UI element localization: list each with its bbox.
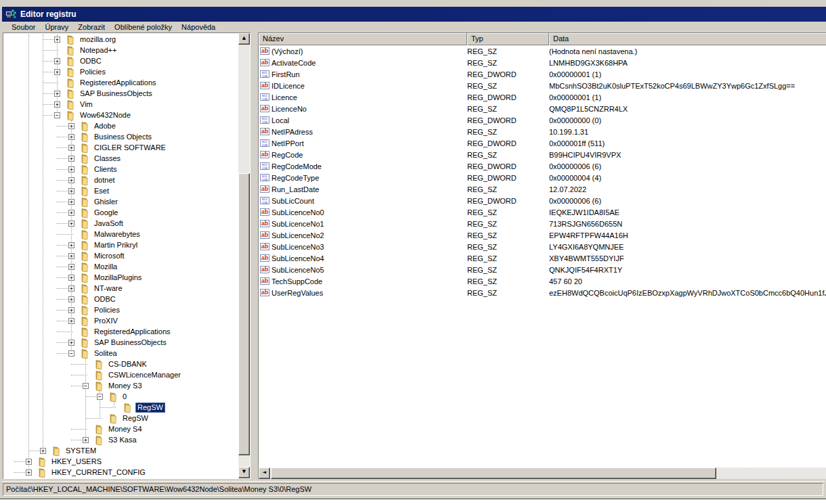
menu-item-n-pov-da[interactable]: Nápověda (177, 22, 220, 32)
tree-item-wow6432node[interactable]: −Wow6432Node (4, 110, 238, 121)
list-row-subliccount[interactable]: 011110SubLicCountREG_DWORD0x00000006 (6) (259, 195, 826, 206)
expand-plus-box[interactable]: + (68, 275, 74, 281)
expand-plus-box[interactable]: + (68, 253, 74, 259)
panel-splitter[interactable] (251, 32, 258, 479)
scroll-up-button[interactable]: ▲ (238, 33, 250, 45)
expand-plus-box[interactable]: + (54, 101, 60, 108)
list-row-v-choz[interactable]: ab(Výchozí)REG_SZ(Hodnota není nastavena… (259, 45, 826, 57)
column-header-name[interactable]: Název (259, 33, 467, 45)
expand-plus-box[interactable]: + (54, 37, 60, 43)
tree-item-odbc[interactable]: +ODBC (4, 294, 238, 305)
menu-item-soubor[interactable]: Soubor (7, 22, 40, 32)
expand-plus-box[interactable]: + (68, 166, 74, 173)
list-row-regcodetype[interactable]: 011110RegCodeTypeREG_DWORD0x00000004 (4) (259, 172, 826, 183)
tree-item-mozilla-org[interactable]: +mozilla.org (4, 35, 238, 45)
collapse-minus-box[interactable]: − (83, 383, 89, 389)
scroll-left-button[interactable]: ◄ (259, 467, 270, 479)
collapse-minus-box[interactable]: − (54, 112, 60, 118)
expand-plus-box[interactable]: + (83, 437, 89, 443)
tree-item-martin-prikryl[interactable]: +Martin Prikryl (4, 240, 238, 251)
tree-item-clients[interactable]: +Clients (4, 164, 238, 175)
list-row-sublicenceno5[interactable]: abSubLicenceNo5REG_SZQNKJQIF54F4RXT1Y (259, 264, 826, 275)
expand-plus-box[interactable]: + (68, 123, 74, 129)
list-horizontal-scrollbar[interactable]: ◄ (259, 467, 826, 479)
tree-item-regsw[interactable]: RegSW (4, 403, 238, 413)
menu-item-zobrazit[interactable]: Zobrazit (73, 22, 110, 32)
expand-plus-box[interactable]: + (68, 307, 74, 313)
tree-item-microsoft[interactable]: +Microsoft (4, 251, 238, 262)
expand-plus-box[interactable]: + (68, 177, 74, 183)
tree-item-regsw[interactable]: RegSW (4, 413, 238, 424)
tree-item-cs-dbank[interactable]: CS-DBANK (4, 359, 238, 370)
list-row-local[interactable]: 011110LocalREG_DWORD0x00000000 (0) (259, 114, 826, 126)
tree-item-policies[interactable]: +Policies (4, 305, 238, 316)
tree-item-system[interactable]: +SYSTEM (4, 446, 238, 457)
menu-item-pravy[interactable]: Úpravy (40, 22, 73, 32)
list-row-licence[interactable]: 011110LicenceREG_DWORD0x00000001 (1) (259, 91, 826, 103)
scroll-track-upper[interactable] (238, 45, 250, 173)
tree-item-0[interactable]: −0 (4, 392, 238, 403)
expand-plus-box[interactable]: + (68, 134, 74, 140)
expand-plus-box[interactable]: + (68, 199, 74, 205)
expand-plus-box[interactable]: + (68, 318, 74, 324)
list-row-activatecode[interactable]: abActivateCodeREG_SZLNMHBD9GX3K68HPA (259, 57, 826, 68)
list-row-netipport[interactable]: 011110NetIPPortREG_DWORD0x000001ff (511) (259, 137, 826, 149)
column-header-type[interactable]: Typ (467, 33, 549, 45)
expand-plus-box[interactable]: + (68, 285, 74, 292)
tree-item-javasoft[interactable]: +JavaSoft (4, 219, 238, 229)
list-row-sublicenceno4[interactable]: abSubLicenceNo4REG_SZXBY4BWMT555DYIJF (259, 252, 826, 264)
list-row-sublicenceno1[interactable]: abSubLicenceNo1REG_SZ713RSJGN656D655N (259, 218, 826, 229)
list-row-sublicenceno3[interactable]: abSubLicenceNo3REG_SZLY4GXI6A8YQMNJEE (259, 241, 826, 252)
expand-plus-box[interactable]: + (68, 145, 74, 151)
column-header-data[interactable]: Data (549, 33, 826, 45)
tree-item-sap-businessobjects[interactable]: +SAP BusinessObjects (4, 89, 238, 99)
tree-item-sap-businessobjects[interactable]: +SAP BusinessObjects (4, 338, 238, 348)
tree-item-notepad[interactable]: Notepad++ (4, 45, 238, 56)
expand-plus-box[interactable]: + (68, 296, 74, 302)
tree-item-malwarebytes[interactable]: Malwarebytes (4, 229, 238, 240)
tree-item-classes[interactable]: +Classes (4, 154, 238, 164)
collapse-minus-box[interactable]: − (68, 350, 74, 357)
list-row-idlicence[interactable]: abIDLicenceREG_SZMbCsnhSO3Bt2uK0sluPTExT… (259, 80, 826, 91)
tree-item-policies[interactable]: +Policies (4, 67, 238, 78)
menu-item-obl-ben-polo-ky[interactable]: Oblíbené položky (110, 22, 177, 32)
tree-vertical-scrollbar[interactable]: ▲ ▼ (238, 33, 250, 478)
tree-item-hkey-current-config[interactable]: +HKEY_CURRENT_CONFIG (4, 467, 238, 478)
expand-plus-box[interactable]: + (68, 188, 74, 194)
tree-item-odbc[interactable]: +ODBC (4, 56, 238, 67)
tree-item-money-s4[interactable]: Money S4 (4, 424, 238, 435)
tree-item-hkey-users[interactable]: +HKEY_USERS (4, 457, 238, 467)
list-row-sublicenceno2[interactable]: abSubLicenceNo2REG_SZEPW4RFTPFW44A16H (259, 229, 826, 241)
list-row-sublicenceno0[interactable]: abSubLicenceNo0REG_SZIEQKEJW1IDA8I5AE (259, 206, 826, 218)
tree-item-eset[interactable]: +Eset (4, 186, 238, 197)
tree-item-mozilla[interactable]: +Mozilla (4, 262, 238, 273)
expand-plus-box[interactable]: + (68, 221, 74, 227)
tree-item-solitea[interactable]: −Solitea (4, 348, 238, 359)
hscroll-track[interactable] (716, 467, 826, 479)
hscroll-thumb[interactable] (271, 467, 716, 479)
tree-item-ghisler[interactable]: +Ghisler (4, 197, 238, 208)
expand-plus-box[interactable]: + (26, 469, 32, 476)
list-row-regcode[interactable]: abRegCodeREG_SZB99HCIPU4VIR9VPX (259, 149, 826, 160)
list-row-techsuppcode[interactable]: abTechSuppCodeREG_SZ457 60 20 (259, 275, 826, 287)
tree-item-vim[interactable]: +Vim (4, 99, 238, 110)
expand-plus-box[interactable]: + (68, 340, 74, 346)
tree-item-s3-kasa[interactable]: +S3 Kasa (4, 435, 238, 446)
expand-plus-box[interactable]: + (26, 459, 32, 465)
list-row-userregvalues[interactable]: abUserRegValuesREG_SZezEH8WdQCQBcoicUqP6… (259, 287, 826, 298)
tree-item-adobe[interactable]: +Adobe (4, 121, 238, 132)
tree-item-cigler-software[interactable]: +CIGLER SOFTWARE (4, 143, 238, 154)
expand-plus-box[interactable]: + (68, 264, 74, 270)
list-row-run-lastdate[interactable]: abRun_LastDateREG_SZ12.07.2022 (259, 183, 826, 195)
tree-item-mozillaplugins[interactable]: +MozillaPlugins (4, 273, 238, 283)
expand-plus-box[interactable]: + (54, 69, 60, 75)
tree-item-money-s3[interactable]: −Money S3 (4, 381, 238, 392)
tree-item-registeredapplications[interactable]: RegisteredApplications (4, 78, 238, 89)
expand-plus-box[interactable]: + (68, 242, 74, 248)
tree-item-nt-ware[interactable]: +NT-ware (4, 283, 238, 294)
tree-item-dotnet[interactable]: +dotnet (4, 175, 238, 186)
list-row-licenceno[interactable]: abLicenceNoREG_SZQMQ8P1L5CNZRR4LX (259, 103, 826, 114)
scroll-down-button[interactable]: ▼ (238, 467, 250, 478)
tree-item-proxiv[interactable]: +ProXIV (4, 316, 238, 327)
collapse-minus-box[interactable]: − (97, 394, 103, 400)
